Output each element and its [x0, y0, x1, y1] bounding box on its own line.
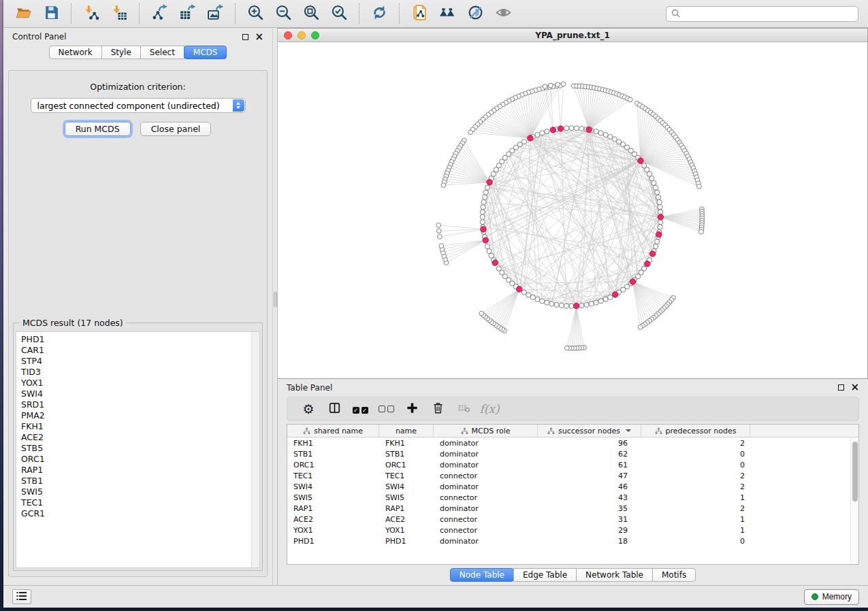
graph-mcds-node[interactable] — [586, 127, 592, 132]
graph-node[interactable] — [594, 300, 598, 305]
float-panel-icon[interactable] — [242, 34, 248, 40]
graph-node[interactable] — [653, 185, 658, 190]
zoom-out-button[interactable] — [273, 3, 293, 24]
graph-node[interactable] — [603, 297, 608, 301]
graph-node[interactable] — [480, 214, 485, 219]
table-row[interactable]: PHD1PHD1dominator180 — [287, 535, 858, 546]
mcds-result-item[interactable]: ORC1 — [21, 454, 251, 465]
table-row[interactable]: SWI5SWI5connector431 — [287, 492, 858, 503]
tab-node-table[interactable]: Node Table — [450, 568, 514, 582]
graph-node[interactable] — [656, 195, 660, 199]
refresh-layout-button[interactable] — [369, 3, 389, 24]
graph-node[interactable] — [554, 302, 559, 307]
optimization-criterion-select[interactable]: largest connected component (undirected) — [31, 98, 246, 113]
show-task-history-button[interactable] — [12, 589, 31, 604]
graph-node[interactable] — [598, 131, 603, 135]
graph-leaf-node[interactable] — [436, 223, 441, 228]
float-table-panel-icon[interactable] — [838, 384, 844, 391]
mcds-result-item[interactable]: RAP1 — [21, 465, 251, 476]
tab-network[interactable]: Network — [49, 46, 102, 59]
graph-leaf-node[interactable] — [561, 82, 566, 86]
graph-node[interactable] — [480, 220, 485, 225]
graph-leaf-node[interactable] — [556, 82, 560, 87]
graph-mcds-node[interactable] — [649, 251, 655, 257]
select-all-rows-button[interactable]: ✓✓ — [347, 399, 373, 419]
zoom-fit-button[interactable] — [301, 3, 321, 24]
mcds-result-item[interactable]: STB1 — [21, 476, 251, 486]
import-network-button[interactable] — [81, 3, 101, 24]
graph-mcds-node[interactable] — [550, 127, 556, 133]
graph-node[interactable] — [652, 180, 656, 185]
table-row[interactable]: ACE2ACE2connector311 — [287, 514, 858, 525]
graph-node[interactable] — [487, 248, 492, 253]
graph-mcds-node[interactable] — [613, 292, 618, 297]
add-column-button[interactable] — [399, 399, 425, 419]
graph-node[interactable] — [545, 300, 549, 305]
mcds-result-item[interactable]: SWI4 — [21, 389, 251, 399]
column-header-predecessor-nodes[interactable]: predecessor nodes — [641, 425, 750, 437]
graph-node[interactable] — [483, 190, 488, 195]
mcds-result-item[interactable]: PMA2 — [21, 410, 251, 421]
search-input[interactable] — [684, 9, 853, 18]
tab-motifs[interactable]: Motifs — [652, 568, 696, 582]
graph-node[interactable] — [540, 299, 545, 303]
graph-node[interactable] — [481, 199, 486, 204]
column-settings-button[interactable]: ⚙ — [295, 399, 321, 419]
graph-mcds-node[interactable] — [573, 303, 579, 308]
zoom-in-button[interactable] — [245, 3, 266, 24]
hide-selected-button[interactable] — [465, 3, 485, 24]
graph-mcds-node[interactable] — [492, 260, 498, 265]
network-canvas[interactable] — [278, 42, 867, 378]
toggle-panes-button[interactable] — [321, 399, 347, 419]
graph-node[interactable] — [485, 244, 489, 249]
panel-splitter[interactable] — [272, 28, 278, 585]
table-row[interactable]: FKH1FKH1dominator962 — [287, 437, 858, 448]
graph-leaf-node[interactable] — [439, 244, 444, 248]
graph-mcds-node[interactable] — [487, 180, 492, 185]
export-table-button[interactable] — [177, 3, 197, 24]
graph-node[interactable] — [598, 299, 603, 303]
graph-mcds-node[interactable] — [656, 231, 662, 237]
graph-leaf-node[interactable] — [548, 83, 553, 88]
graph-node[interactable] — [658, 210, 663, 214]
table-scrollbar-thumb[interactable] — [852, 442, 858, 501]
close-table-panel-icon[interactable]: × — [850, 384, 859, 391]
column-header-shared-name[interactable]: shared name — [287, 425, 379, 437]
graph-node[interactable] — [584, 302, 589, 307]
graph-node[interactable] — [579, 126, 584, 131]
mcds-result-item[interactable]: FKH1 — [21, 421, 251, 432]
column-header-name[interactable]: name — [379, 425, 434, 437]
graph-node[interactable] — [521, 290, 526, 295]
graph-node[interactable] — [564, 303, 569, 308]
graph-node[interactable] — [649, 176, 654, 181]
mcds-list-scrollbar[interactable] — [251, 332, 259, 567]
mcds-result-item[interactable]: PHD1 — [21, 334, 251, 345]
mcds-result-item[interactable]: SRD1 — [21, 399, 251, 410]
splitter-grip-icon[interactable] — [274, 292, 277, 307]
table-row[interactable]: RAP1RAP1dominator352 — [287, 503, 858, 514]
table-row[interactable]: STB1STB1dominator620 — [287, 448, 858, 459]
column-header-mcds-role[interactable]: MCDS role — [434, 425, 538, 437]
graph-node[interactable] — [535, 297, 540, 301]
graph-node[interactable] — [655, 190, 660, 195]
tab-style[interactable]: Style — [101, 46, 141, 59]
export-network-button[interactable] — [149, 3, 170, 24]
graph-node[interactable] — [594, 129, 598, 134]
tab-network-table[interactable]: Network Table — [576, 568, 653, 582]
table-scrollbar[interactable] — [850, 438, 858, 563]
mcds-result-item[interactable]: TID3 — [21, 367, 251, 378]
graph-node[interactable] — [655, 240, 660, 244]
graph-mcds-node[interactable] — [658, 214, 663, 220]
tab-mcds[interactable]: MCDS — [184, 46, 227, 59]
table-row[interactable]: SWI4SWI4dominator462 — [287, 481, 858, 492]
delete-column-button[interactable] — [425, 399, 451, 419]
graph-node[interactable] — [658, 225, 662, 229]
show-all-button[interactable] — [493, 3, 513, 24]
graph-node[interactable] — [496, 266, 501, 271]
graph-mcds-node[interactable] — [528, 135, 533, 141]
network-from-selection-button[interactable] — [409, 3, 430, 24]
table-row[interactable]: YOX1YOX1connector291 — [287, 525, 858, 535]
graph-mcds-node[interactable] — [630, 279, 635, 284]
graph-node[interactable] — [579, 303, 584, 308]
graph-leaf-node[interactable] — [699, 229, 704, 234]
